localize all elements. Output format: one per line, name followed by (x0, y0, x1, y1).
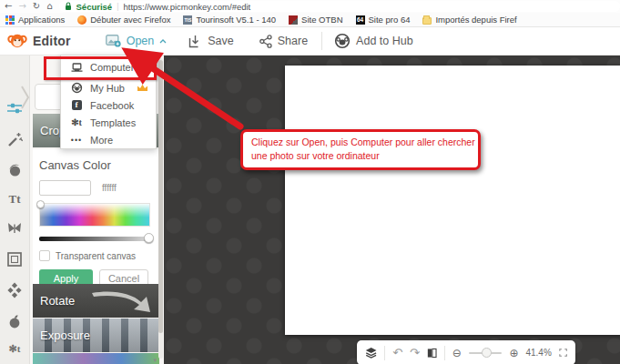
editor-header: Editor Open Save (0, 27, 620, 56)
fit-screen-icon[interactable] (559, 348, 567, 358)
facebook-icon: f (70, 100, 83, 110)
compare-icon[interactable] (427, 347, 437, 359)
menu-item-more[interactable]: ••• More (61, 131, 156, 148)
bookmarks-bar: Applications Débuter avec Firefox TIS To… (0, 13, 620, 27)
redo-icon[interactable]: ↷ (410, 347, 420, 359)
firefox-icon (77, 15, 86, 25)
zoom-out-icon[interactable]: ⊖ (452, 348, 462, 359)
overlays-butterfly-icon[interactable] (5, 219, 24, 238)
folder-icon (422, 17, 432, 25)
my-hub-monkey-icon (70, 82, 83, 94)
address-bar[interactable]: Sécurisé | https://www.picmonkey.com/#ed… (59, 1, 620, 12)
save-button[interactable]: Save (188, 35, 234, 48)
templates-icon: ✻t (70, 117, 83, 127)
computer-highlight-box (44, 56, 157, 80)
back-icon[interactable]: ← (5, 2, 12, 11)
picmonkey-editor-screen: ← → ↻ ⌂ Sécurisé | https://www.picmonkey… (0, 0, 620, 364)
annotation-line-2: une photo sur votre ordinateur (251, 149, 470, 163)
save-label: Save (208, 35, 234, 47)
open-label: Open (127, 35, 155, 47)
menu-item-templates[interactable]: ✻t Templates (61, 114, 156, 131)
rotate-section[interactable]: Rotate (33, 284, 159, 318)
add-to-hub-button[interactable]: Add to Hub (334, 33, 413, 49)
panel-scrollbar[interactable] (158, 58, 163, 359)
touch-up-face-icon[interactable] (5, 161, 24, 179)
padlock-icon (65, 2, 72, 11)
toolbar-divider (384, 346, 385, 360)
textures-icon[interactable] (5, 281, 24, 299)
open-image-icon (106, 35, 121, 47)
picmonkey-logo (7, 31, 27, 51)
toolbar-divider (444, 346, 445, 360)
luminance-slider[interactable] (39, 237, 150, 241)
themes-apple-icon[interactable] (5, 312, 24, 330)
transparent-canvas-label: Transparent canvas (56, 251, 136, 261)
canvas-color-title: Canvas Color (39, 158, 153, 172)
tutorial-annotation: Cliquez sur Open, puis Computer pour all… (240, 129, 481, 170)
colors-section-partial[interactable] (33, 353, 159, 364)
bookmark-site-otbn[interactable]: Site OTBN (289, 15, 342, 25)
url-text: https://www.picmonkey.com/#edit (124, 2, 251, 12)
annotation-line-1: Cliquez sur Open, puis Computer pour all… (251, 136, 470, 149)
exposure-section[interactable]: Exposure (33, 318, 159, 352)
hex-color-input[interactable] (39, 180, 91, 196)
panel-scroll-thumb[interactable] (158, 60, 163, 333)
address-separator: | (117, 2, 118, 11)
edit-canvas[interactable] (285, 66, 620, 335)
share-label: Share (278, 35, 308, 47)
bookmark-tourinsoft[interactable]: TIS Tourinsoft V5.1 - 140 (183, 15, 276, 25)
undo-icon[interactable]: ↶ (392, 347, 402, 359)
bookmark-site-pro-64[interactable]: 64 Site pro 64 (356, 15, 411, 25)
effects-wand-icon[interactable] (5, 130, 24, 148)
hub-monkey-icon (334, 33, 351, 49)
canvas-area: ↶ ↷ ⊖ ⊕ 41.4% (164, 56, 620, 364)
more-ellipsis-icon: ••• (70, 136, 83, 145)
secure-label: Sécurisé (76, 2, 113, 12)
browser-toolbar: ← → ↻ ⌂ Sécurisé | https://www.picmonkey… (0, 0, 620, 13)
crown-icon (137, 84, 148, 92)
forward-icon[interactable]: → (18, 2, 25, 11)
rotate-arrow-graphic (90, 288, 154, 315)
color-spectrum-picker[interactable] (39, 203, 150, 227)
hex-value-label: ffffff (102, 183, 117, 193)
reload-icon[interactable]: ↻ (33, 2, 40, 11)
layers-icon[interactable] (365, 346, 377, 359)
bookmark-firefox[interactable]: Débuter avec Firefox (77, 15, 170, 25)
site-pro-64-icon: 64 (356, 15, 365, 25)
apps-grid-icon (5, 15, 15, 25)
menu-item-my-hub[interactable]: My Hub (61, 79, 156, 96)
exposure-label: Exposure (40, 329, 90, 342)
share-icon (259, 35, 272, 48)
zoom-slider-handle[interactable] (482, 348, 492, 358)
open-button[interactable]: Open (106, 35, 168, 47)
text-tool-icon[interactable]: Tt (9, 192, 21, 207)
brand-editor-label: Editor (33, 34, 71, 48)
zoom-level-label: 41.4% (525, 348, 551, 358)
zoom-slider[interactable] (469, 352, 503, 354)
luminance-handle[interactable] (144, 233, 154, 243)
chevron-up-icon (159, 39, 167, 44)
templates-tool-icon[interactable]: ✻t (9, 343, 21, 355)
panel-notch-chevron (21, 86, 30, 109)
add-to-hub-label: Add to Hub (356, 35, 413, 47)
frames-icon[interactable] (5, 250, 24, 268)
transparent-canvas-checkbox[interactable] (39, 250, 50, 261)
zoom-in-icon[interactable]: ⊕ (509, 348, 518, 359)
rotate-label: Rotate (40, 294, 75, 308)
canvas-bottom-toolbar: ↶ ↷ ⊖ ⊕ 41.4% (357, 340, 575, 364)
site-otbn-icon (289, 15, 298, 25)
spectrum-handle[interactable] (36, 200, 45, 208)
tourinsoft-icon: TIS (183, 15, 192, 25)
canvas-color-card: Canvas Color ffffff Transparent canvas A… (33, 149, 159, 284)
home-icon[interactable]: ⌂ (46, 2, 52, 11)
save-icon (188, 35, 202, 48)
bookmark-imported-folder[interactable]: Importés depuis Firef (422, 15, 516, 25)
share-button[interactable]: Share (259, 35, 308, 48)
menu-item-facebook[interactable]: f Facebook (61, 96, 156, 114)
tool-rail: Tt (0, 56, 30, 364)
bookmark-applications[interactable]: Applications (5, 15, 65, 25)
scroll-down-icon[interactable]: ▾ (153, 357, 157, 364)
header-divider (321, 32, 322, 50)
transparent-canvas-row: Transparent canvas (39, 250, 153, 261)
